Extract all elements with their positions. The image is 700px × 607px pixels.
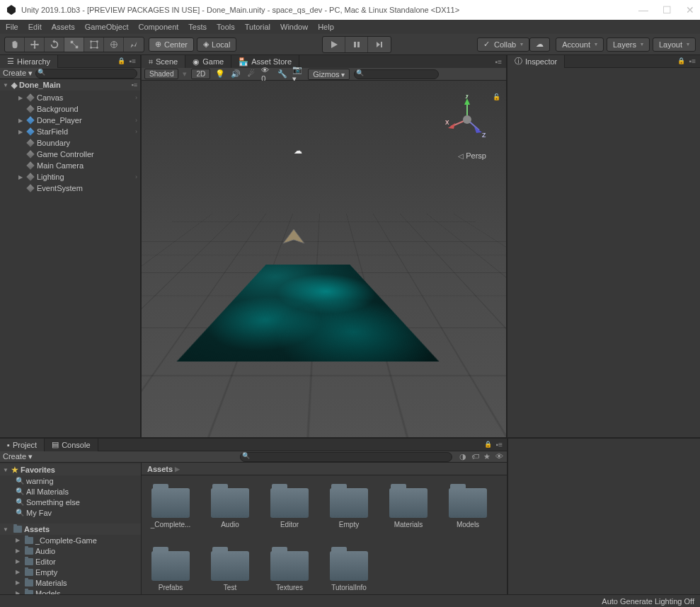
tab-lock-icon[interactable]: 🔒 xyxy=(677,57,685,65)
player-ship-object[interactable] xyxy=(280,226,308,247)
scene-context-icon[interactable]: ▪≡ xyxy=(132,81,137,88)
cloud-button[interactable]: ☁ xyxy=(529,37,550,52)
pivot-local-toggle[interactable]: ◈Local xyxy=(197,37,236,52)
game-tab[interactable]: ◉Game xyxy=(185,55,231,68)
menu-gameobject[interactable]: GameObject xyxy=(85,23,129,31)
tab-context-icon[interactable]: ▪≡ xyxy=(495,58,502,66)
hierarchy-item[interactable]: Boundary xyxy=(0,137,140,149)
step-button[interactable] xyxy=(368,37,391,52)
folder-tree-item[interactable]: ▶Editor xyxy=(0,556,141,567)
hierarchy-item[interactable]: ▶Lighting› xyxy=(0,171,140,183)
lighting-toggle-icon[interactable]: 💡 xyxy=(214,69,226,79)
scene-header[interactable]: ▼ ◈ Done_Main ▪≡ xyxy=(0,79,140,91)
menu-component[interactable]: Component xyxy=(138,23,178,31)
favorite-item[interactable]: 🔍warning xyxy=(0,475,141,486)
asset-folder-item[interactable]: Materials xyxy=(388,484,429,528)
2d-toggle[interactable]: 2D xyxy=(191,69,210,79)
asset-folder-item[interactable]: Editor xyxy=(269,484,310,528)
favorite-item[interactable]: 🔍My Fav xyxy=(0,507,141,518)
maximize-button[interactable]: ☐ xyxy=(662,4,672,16)
hierarchy-item[interactable]: Main Camera xyxy=(0,160,140,171)
layers-dropdown[interactable]: Layers xyxy=(607,37,650,52)
rotate-tool[interactable] xyxy=(45,37,64,52)
asset-folder-item[interactable]: Models xyxy=(447,484,488,528)
menu-tests[interactable]: Tests xyxy=(188,23,207,31)
audio-toggle-icon[interactable]: 🔊 xyxy=(230,69,241,79)
hierarchy-item[interactable]: ▶StarField› xyxy=(0,126,140,137)
scale-tool[interactable] xyxy=(64,37,84,52)
favorite-filter-icon[interactable]: ★ xyxy=(482,452,492,461)
hierarchy-item[interactable]: Background xyxy=(0,103,140,115)
collab-dropdown[interactable]: ✓Collab xyxy=(477,37,529,52)
asset-folder-item[interactable]: TutorialInfo xyxy=(328,547,369,591)
folder-tree-item[interactable]: ▶_Complete-Game xyxy=(0,535,141,545)
favorite-item[interactable]: 🔍Something else xyxy=(0,497,141,507)
hierarchy-item[interactable]: Game Controller xyxy=(0,149,140,160)
label-filter-icon[interactable]: 🏷 xyxy=(470,452,480,461)
asset-folder-item[interactable]: Audio xyxy=(210,484,251,528)
asset-folder-item[interactable]: Test xyxy=(210,547,251,591)
transform-tool[interactable] xyxy=(104,37,124,52)
projection-label[interactable]: ◁ Persp xyxy=(458,151,486,160)
layout-dropdown[interactable]: Layout xyxy=(653,37,696,52)
scene-viewport[interactable]: ☁ y x z 🔓 ◁ Persp xyxy=(142,81,506,437)
folder-tree-item[interactable]: ▶Empty xyxy=(0,567,141,577)
custom-tool[interactable] xyxy=(124,37,144,52)
pause-button[interactable] xyxy=(345,37,368,52)
create-dropdown[interactable]: Create ▾ xyxy=(3,69,33,78)
console-tab[interactable]: ▤Console xyxy=(45,439,98,451)
hidden-toggle-icon[interactable]: 👁 xyxy=(494,452,504,461)
asset-folder-item[interactable]: Empty xyxy=(328,484,369,528)
rect-tool[interactable] xyxy=(84,37,104,52)
tab-context-icon[interactable]: ▪≡ xyxy=(496,441,503,449)
menu-help[interactable]: Help xyxy=(318,23,334,31)
gizmos-dropdown[interactable]: Gizmos ▾ xyxy=(308,69,350,80)
hidden-count-icon[interactable]: 👁0 xyxy=(261,69,272,79)
menu-assets[interactable]: Assets xyxy=(52,23,75,31)
menu-edit[interactable]: Edit xyxy=(28,23,42,31)
shading-mode-dropdown[interactable]: Shaded xyxy=(144,69,178,79)
tools-icon[interactable]: 🔧 xyxy=(277,69,288,79)
filter-icon[interactable]: ◑ xyxy=(458,452,468,461)
menu-tutorial[interactable]: Tutorial xyxy=(245,23,270,31)
camera-icon[interactable]: 📷▾ xyxy=(292,69,304,79)
tab-lock-icon[interactable]: 🔒 xyxy=(117,57,125,65)
hand-tool[interactable] xyxy=(5,37,25,52)
pivot-center-toggle[interactable]: ⊕Center xyxy=(149,37,194,52)
project-create-dropdown[interactable]: Create ▾ xyxy=(3,452,33,461)
hierarchy-item[interactable]: EventSystem xyxy=(0,183,140,194)
light-gizmo-icon[interactable]: ☁ xyxy=(294,146,302,156)
hierarchy-item[interactable]: ▶Done_Player› xyxy=(0,115,140,126)
fx-toggle-icon[interactable]: ☄ xyxy=(246,69,257,79)
scene-tab[interactable]: ⌗Scene xyxy=(142,55,185,68)
assets-header[interactable]: ▼Assets xyxy=(0,524,141,535)
account-dropdown[interactable]: Account xyxy=(556,37,604,52)
lighting-status[interactable]: Auto Generate Lighting Off xyxy=(602,597,694,606)
orientation-gizmo[interactable]: y x z xyxy=(442,95,492,144)
favorite-item[interactable]: 🔍All Materials xyxy=(0,486,141,497)
folder-tree-item[interactable]: ▶Materials xyxy=(0,577,141,588)
asset-folder-item[interactable]: Textures xyxy=(269,547,310,591)
close-button[interactable]: ✕ xyxy=(686,4,694,16)
tab-context-icon[interactable]: ▪≡ xyxy=(689,57,696,65)
menu-file[interactable]: File xyxy=(6,23,18,31)
asset-folder-item[interactable]: Prefabs xyxy=(150,547,191,591)
breadcrumb[interactable]: Assets ▶ xyxy=(142,463,507,475)
hierarchy-search[interactable] xyxy=(35,69,137,79)
hierarchy-tab[interactable]: ☰Hierarchy xyxy=(0,55,58,68)
project-search[interactable] xyxy=(240,452,452,462)
play-button[interactable] xyxy=(323,37,345,52)
tab-context-icon[interactable]: ▪≡ xyxy=(130,57,136,65)
folder-tree-item[interactable]: ▶Audio xyxy=(0,545,141,556)
move-tool[interactable] xyxy=(25,37,45,52)
inspector-tab[interactable]: ⓘInspector xyxy=(507,55,565,68)
minimize-button[interactable]: — xyxy=(638,4,648,16)
favorites-header[interactable]: ▼★ Favorites xyxy=(0,464,141,475)
menu-window[interactable]: Window xyxy=(280,23,308,31)
project-tab[interactable]: ▪Project xyxy=(0,439,45,451)
asset-folder-item[interactable]: _Complete... xyxy=(150,484,191,528)
hierarchy-item[interactable]: ▶Canvas› xyxy=(0,92,140,103)
tab-lock-icon[interactable]: 🔒 xyxy=(484,441,492,449)
scene-search[interactable] xyxy=(354,69,439,79)
gizmo-lock-icon[interactable]: 🔓 xyxy=(493,93,500,100)
